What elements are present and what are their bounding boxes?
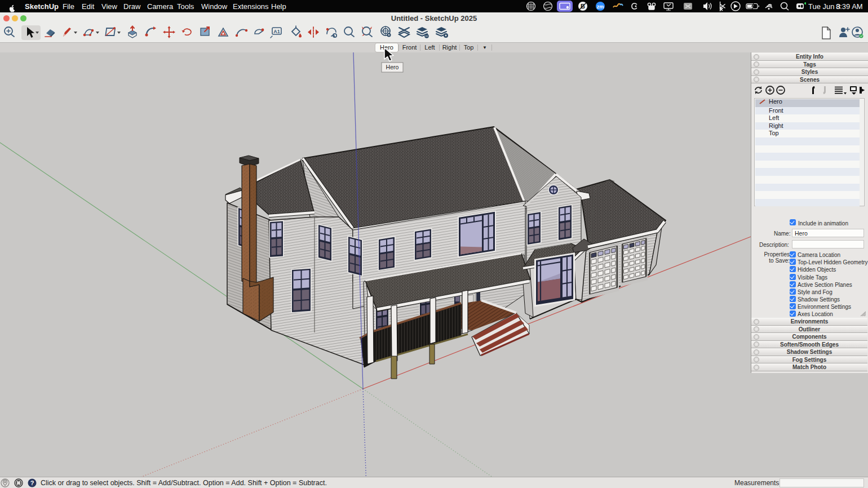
svg-text:zm: zm: [597, 4, 604, 10]
svg-text:Hero: Hero: [386, 64, 399, 70]
svg-text:?: ?: [30, 480, 34, 486]
svg-text:A1: A1: [273, 29, 280, 34]
